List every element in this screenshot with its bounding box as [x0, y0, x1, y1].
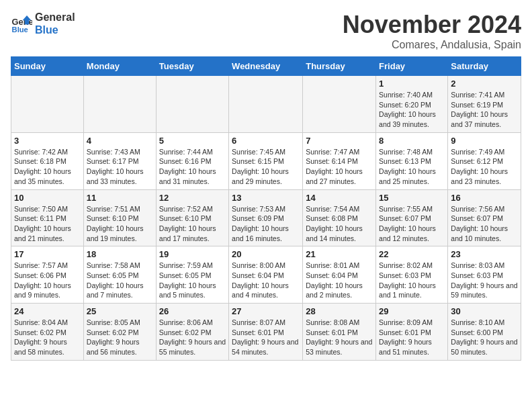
- day-number: 14: [306, 193, 373, 203]
- day-info: Sunrise: 8:09 AMSunset: 6:01 PMDaylight:…: [379, 318, 445, 357]
- calendar-cell: 25Sunrise: 8:05 AMSunset: 6:02 PMDayligh…: [83, 304, 156, 361]
- day-number: 23: [451, 249, 518, 259]
- day-number: 21: [306, 249, 373, 259]
- day-number: 1: [379, 79, 445, 89]
- calendar-week-row: 17Sunrise: 7:57 AMSunset: 6:06 PMDayligh…: [11, 246, 521, 304]
- day-info: Sunrise: 7:58 AMSunset: 6:05 PMDaylight:…: [87, 261, 153, 300]
- day-number: 10: [14, 193, 81, 203]
- day-info: Sunrise: 7:53 AMSunset: 6:09 PMDaylight:…: [232, 204, 300, 244]
- day-number: 29: [379, 306, 445, 316]
- calendar-cell: 16Sunrise: 7:56 AMSunset: 6:07 PMDayligh…: [448, 189, 521, 246]
- calendar-cell: 14Sunrise: 7:54 AMSunset: 6:08 PMDayligh…: [303, 189, 376, 246]
- calendar-cell: 6Sunrise: 7:45 AMSunset: 6:15 PMDaylight…: [229, 132, 303, 189]
- month-year-title: November 2024: [343, 11, 521, 39]
- logo-icon: General Blue: [11, 13, 32, 34]
- calendar-cell: 5Sunrise: 7:44 AMSunset: 6:16 PMDaylight…: [156, 132, 228, 189]
- calendar-cell: 22Sunrise: 8:02 AMSunset: 6:03 PMDayligh…: [376, 246, 448, 304]
- day-number: 22: [379, 249, 445, 259]
- day-info: Sunrise: 8:02 AMSunset: 6:03 PMDaylight:…: [379, 261, 445, 300]
- day-number: 8: [379, 136, 445, 146]
- calendar-week-row: 24Sunrise: 8:04 AMSunset: 6:02 PMDayligh…: [11, 304, 521, 361]
- day-number: 6: [232, 136, 300, 146]
- calendar-week-row: 1Sunrise: 7:40 AMSunset: 6:20 PMDaylight…: [11, 76, 521, 133]
- calendar-cell: [83, 76, 156, 133]
- day-number: 11: [87, 193, 153, 203]
- day-number: 25: [87, 306, 153, 316]
- day-info: Sunrise: 7:44 AMSunset: 6:16 PMDaylight:…: [159, 147, 226, 187]
- calendar-cell: 29Sunrise: 8:09 AMSunset: 6:01 PMDayligh…: [376, 304, 448, 361]
- day-number: 19: [159, 249, 226, 259]
- day-number: 12: [159, 193, 226, 203]
- day-info: Sunrise: 8:05 AMSunset: 6:02 PMDaylight:…: [87, 318, 153, 357]
- calendar-header-row: SundayMondayTuesdayWednesdayThursdayFrid…: [11, 57, 521, 76]
- day-number: 27: [232, 306, 300, 316]
- day-info: Sunrise: 7:51 AMSunset: 6:10 PMDaylight:…: [87, 204, 153, 244]
- day-info: Sunrise: 8:10 AMSunset: 6:00 PMDaylight:…: [451, 318, 518, 357]
- day-number: 30: [451, 306, 518, 316]
- calendar-cell: 26Sunrise: 8:06 AMSunset: 6:02 PMDayligh…: [156, 304, 228, 361]
- logo-line1: General: [35, 11, 75, 24]
- day-number: 17: [14, 249, 81, 259]
- calendar-cell: 1Sunrise: 7:40 AMSunset: 6:20 PMDaylight…: [376, 76, 448, 133]
- calendar-cell: 3Sunrise: 7:42 AMSunset: 6:18 PMDaylight…: [11, 132, 84, 189]
- calendar-cell: 13Sunrise: 7:53 AMSunset: 6:09 PMDayligh…: [229, 189, 303, 246]
- day-number: 15: [379, 193, 445, 203]
- calendar-cell: 11Sunrise: 7:51 AMSunset: 6:10 PMDayligh…: [83, 189, 156, 246]
- calendar-cell: 21Sunrise: 8:01 AMSunset: 6:04 PMDayligh…: [303, 246, 376, 304]
- day-info: Sunrise: 7:50 AMSunset: 6:11 PMDaylight:…: [14, 204, 81, 244]
- col-header-thursday: Thursday: [303, 57, 376, 76]
- day-info: Sunrise: 8:06 AMSunset: 6:02 PMDaylight:…: [159, 318, 226, 357]
- calendar-cell: 12Sunrise: 7:52 AMSunset: 6:10 PMDayligh…: [156, 189, 228, 246]
- day-info: Sunrise: 7:55 AMSunset: 6:07 PMDaylight:…: [379, 204, 445, 244]
- logo: General Blue General Blue: [11, 11, 75, 36]
- calendar-cell: 30Sunrise: 8:10 AMSunset: 6:00 PMDayligh…: [448, 304, 521, 361]
- day-info: Sunrise: 8:04 AMSunset: 6:02 PMDaylight:…: [14, 318, 81, 357]
- day-number: 9: [451, 136, 518, 146]
- day-number: 28: [306, 306, 373, 316]
- day-number: 18: [87, 249, 153, 259]
- day-number: 3: [14, 136, 81, 146]
- day-info: Sunrise: 7:42 AMSunset: 6:18 PMDaylight:…: [14, 147, 81, 187]
- day-number: 13: [232, 193, 300, 203]
- day-info: Sunrise: 7:54 AMSunset: 6:08 PMDaylight:…: [306, 204, 373, 244]
- calendar-cell: 4Sunrise: 7:43 AMSunset: 6:17 PMDaylight…: [83, 132, 156, 189]
- day-info: Sunrise: 8:07 AMSunset: 6:01 PMDaylight:…: [232, 318, 300, 357]
- calendar-cell: 19Sunrise: 7:59 AMSunset: 6:05 PMDayligh…: [156, 246, 228, 304]
- day-info: Sunrise: 8:00 AMSunset: 6:04 PMDaylight:…: [232, 261, 300, 300]
- calendar-cell: [303, 76, 376, 133]
- calendar-cell: [11, 76, 84, 133]
- calendar-cell: 9Sunrise: 7:49 AMSunset: 6:12 PMDaylight…: [448, 132, 521, 189]
- col-header-monday: Monday: [83, 57, 156, 76]
- day-number: 4: [87, 136, 153, 146]
- calendar-cell: [229, 76, 303, 133]
- day-info: Sunrise: 7:45 AMSunset: 6:15 PMDaylight:…: [232, 147, 300, 187]
- day-number: 20: [232, 249, 300, 259]
- day-info: Sunrise: 7:47 AMSunset: 6:14 PMDaylight:…: [306, 147, 373, 187]
- col-header-sunday: Sunday: [11, 57, 84, 76]
- day-number: 2: [451, 79, 518, 89]
- calendar-cell: [156, 76, 228, 133]
- day-info: Sunrise: 7:43 AMSunset: 6:17 PMDaylight:…: [87, 147, 153, 187]
- day-info: Sunrise: 7:49 AMSunset: 6:12 PMDaylight:…: [451, 147, 518, 187]
- day-number: 24: [14, 306, 81, 316]
- location-subtitle: Comares, Andalusia, Spain: [343, 39, 521, 51]
- day-info: Sunrise: 7:40 AMSunset: 6:20 PMDaylight:…: [379, 90, 445, 130]
- calendar-body: 1Sunrise: 7:40 AMSunset: 6:20 PMDaylight…: [11, 76, 521, 361]
- day-number: 5: [159, 136, 226, 146]
- page-header: General Blue General Blue November 2024 …: [11, 11, 521, 51]
- day-number: 16: [451, 193, 518, 203]
- day-number: 26: [159, 306, 226, 316]
- day-number: 7: [306, 136, 373, 146]
- title-block: November 2024 Comares, Andalusia, Spain: [343, 11, 521, 51]
- day-info: Sunrise: 7:48 AMSunset: 6:13 PMDaylight:…: [379, 147, 445, 187]
- calendar-cell: 20Sunrise: 8:00 AMSunset: 6:04 PMDayligh…: [229, 246, 303, 304]
- day-info: Sunrise: 7:59 AMSunset: 6:05 PMDaylight:…: [159, 261, 226, 300]
- svg-text:Blue: Blue: [12, 26, 28, 34]
- day-info: Sunrise: 7:57 AMSunset: 6:06 PMDaylight:…: [14, 261, 81, 300]
- day-info: Sunrise: 8:08 AMSunset: 6:01 PMDaylight:…: [306, 318, 373, 357]
- calendar-cell: 8Sunrise: 7:48 AMSunset: 6:13 PMDaylight…: [376, 132, 448, 189]
- calendar-cell: 10Sunrise: 7:50 AMSunset: 6:11 PMDayligh…: [11, 189, 84, 246]
- calendar-cell: 24Sunrise: 8:04 AMSunset: 6:02 PMDayligh…: [11, 304, 84, 361]
- calendar-cell: 17Sunrise: 7:57 AMSunset: 6:06 PMDayligh…: [11, 246, 84, 304]
- col-header-saturday: Saturday: [448, 57, 521, 76]
